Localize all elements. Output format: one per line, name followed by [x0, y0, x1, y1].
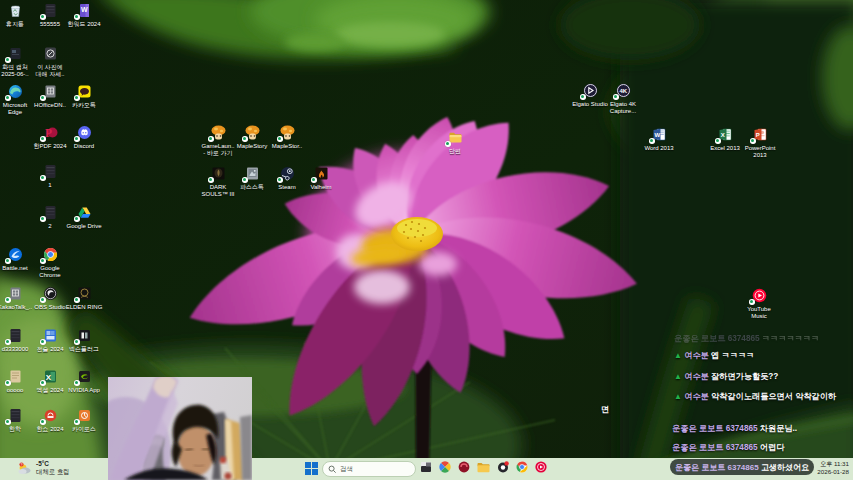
svg-text:?: ?	[20, 463, 22, 467]
svg-text:X: X	[720, 132, 724, 138]
svg-text:4K: 4K	[619, 88, 627, 94]
svg-text:P: P	[45, 127, 52, 139]
svg-text:W: W	[654, 132, 660, 138]
svg-text:W: W	[81, 6, 88, 13]
svg-text:X: X	[45, 373, 51, 382]
svg-text:P: P	[755, 132, 759, 138]
